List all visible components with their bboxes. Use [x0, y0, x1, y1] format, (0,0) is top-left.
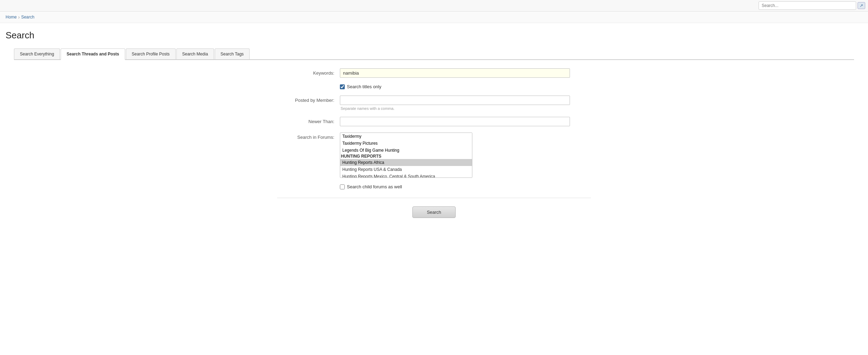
child-forums-label: Search child forums as well — [347, 184, 402, 189]
breadcrumb-current: Search — [21, 15, 35, 20]
child-forums-row: Search child forums as well — [277, 184, 591, 189]
posted-by-input[interactable] — [340, 96, 570, 105]
keywords-label: Keywords: — [277, 68, 340, 76]
forums-row: Search in Forums: Taxidermy Taxidermy Pi… — [277, 133, 591, 178]
search-btn-row: Search — [277, 206, 591, 218]
newer-than-input[interactable] — [340, 117, 570, 126]
child-forums-checkbox[interactable] — [340, 184, 345, 189]
newer-than-row: Newer Than: — [277, 117, 591, 126]
forum-option-usa[interactable]: Hunting Reports USA & Canada — [340, 166, 472, 173]
search-titles-label: Search titles only — [347, 84, 381, 89]
tab-media[interactable]: Search Media — [176, 48, 214, 59]
main-content: Search Everything Search Threads and Pos… — [0, 44, 868, 232]
forum-option-mexico[interactable]: Hunting Reports Mexico, Central & South … — [340, 173, 472, 178]
tab-threads[interactable]: Search Threads and Posts — [61, 48, 125, 60]
newer-than-control — [340, 117, 591, 126]
page-title: Search — [0, 23, 868, 44]
tabs-container: Search Everything Search Threads and Pos… — [14, 48, 854, 60]
search-titles-checkbox[interactable] — [340, 84, 345, 89]
tab-profile[interactable]: Search Profile Posts — [126, 48, 176, 59]
posted-by-label: Posted by Member: — [277, 96, 340, 103]
tab-everything[interactable]: Search Everything — [14, 48, 60, 59]
forums-label: Search in Forums: — [277, 133, 340, 140]
form-divider — [277, 198, 591, 198]
forum-option-africa[interactable]: Hunting Reports Africa — [340, 159, 472, 166]
search-form: Keywords: Search titles only Posted by M… — [277, 68, 591, 218]
forum-option-taxidermy[interactable]: Taxidermy — [340, 133, 472, 140]
top-search-input[interactable] — [759, 1, 856, 10]
posted-by-row: Posted by Member: Separate names with a … — [277, 96, 591, 111]
keywords-input[interactable] — [340, 68, 570, 78]
forums-select[interactable]: Taxidermy Taxidermy Pictures Legends Of … — [340, 133, 472, 178]
newer-than-label: Newer Than: — [277, 117, 340, 124]
forums-control: Taxidermy Taxidermy Pictures Legends Of … — [340, 133, 591, 178]
keywords-control — [340, 68, 591, 78]
forum-option-legends[interactable]: Legends Of Big Game Hunting — [340, 147, 472, 154]
posted-by-hint: Separate names with a comma. — [340, 106, 591, 111]
top-bar: ↗ — [0, 0, 868, 12]
search-titles-row: Search titles only — [277, 84, 591, 89]
forum-group-hunting-reports: Hunting Reports Africa Hunting Reports U… — [340, 154, 472, 178]
forum-option-taxidermy-pictures[interactable]: Taxidermy Pictures — [340, 140, 472, 147]
breadcrumb-home-link[interactable]: Home — [6, 15, 17, 20]
posted-by-control: Separate names with a comma. — [340, 96, 591, 111]
search-button[interactable]: Search — [412, 206, 455, 218]
keywords-row: Keywords: — [277, 68, 591, 78]
breadcrumb-separator: › — [18, 14, 20, 20]
tab-tags[interactable]: Search Tags — [215, 48, 250, 59]
top-expand-button[interactable]: ↗ — [858, 2, 865, 9]
breadcrumb: Home › Search — [0, 12, 868, 23]
